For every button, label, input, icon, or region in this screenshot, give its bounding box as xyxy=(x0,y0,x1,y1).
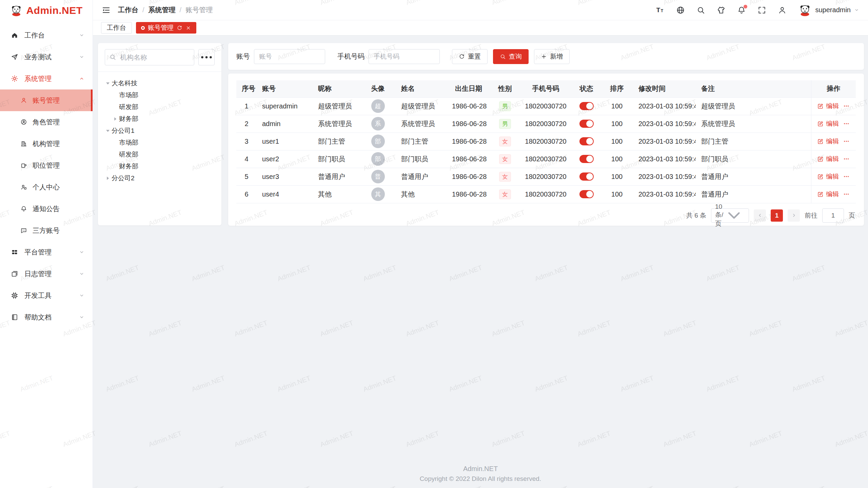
caret-down-icon[interactable] xyxy=(104,127,112,135)
edit-icon xyxy=(817,174,824,180)
fullscreen-icon[interactable] xyxy=(757,6,766,15)
phone-input[interactable] xyxy=(369,49,440,64)
cell-index: 4 xyxy=(236,150,257,168)
more-actions-icon[interactable] xyxy=(843,156,850,162)
sidebar-item-log-mgmt[interactable]: 日志管理 xyxy=(0,263,93,285)
tree-node-branch-2[interactable]: 分公司2 xyxy=(102,172,217,184)
status-toggle[interactable] xyxy=(579,190,594,198)
sidebar-item-system-mgmt[interactable]: 系统管理 xyxy=(0,68,93,89)
cell-order: 100 xyxy=(601,150,633,168)
caret-down-icon[interactable] xyxy=(104,80,112,87)
language-icon[interactable] xyxy=(676,6,685,15)
edit-button[interactable]: 编辑 xyxy=(817,190,839,199)
cell-name: 其他 xyxy=(396,185,447,203)
tree-node-rd-dept[interactable]: 研发部 xyxy=(102,148,217,160)
goto-label: 前往 xyxy=(805,211,817,220)
sidebar-item-third-party-account[interactable]: 三方账号 xyxy=(0,220,93,241)
cell-name: 普通用户 xyxy=(396,168,447,185)
sidebar-item-profile-center[interactable]: 个人中心 xyxy=(0,176,93,198)
breadcrumb-item[interactable]: 系统管理 xyxy=(149,5,176,15)
prev-page-button[interactable] xyxy=(754,209,766,222)
cell-avatar: 其 xyxy=(360,185,396,203)
more-actions-icon[interactable] xyxy=(843,173,850,180)
more-actions-icon[interactable] xyxy=(843,191,850,198)
sidebar-item-notice[interactable]: 通知公告 xyxy=(0,198,93,220)
edit-button[interactable]: 编辑 xyxy=(817,172,839,181)
account-label: 账号 xyxy=(236,52,250,61)
sidebar-item-business-test[interactable]: 业务测试 xyxy=(0,46,93,68)
status-toggle[interactable] xyxy=(579,137,594,145)
cell-order: 100 xyxy=(601,185,633,203)
edit-button[interactable]: 编辑 xyxy=(817,137,839,146)
page-size-select[interactable]: 10条/页 xyxy=(711,208,749,223)
user-dropdown[interactable]: superadmin xyxy=(798,3,859,17)
status-toggle[interactable] xyxy=(579,102,594,110)
tree-more-button[interactable] xyxy=(198,49,215,65)
caret-right-icon[interactable] xyxy=(104,175,112,182)
tree-node-market-dept[interactable]: 市场部 xyxy=(102,89,217,101)
sidebar-item-help-docs[interactable]: 帮助文档 xyxy=(0,306,93,328)
account-input[interactable] xyxy=(254,49,325,64)
next-page-button[interactable] xyxy=(788,209,800,222)
sidebar-item-workbench[interactable]: 工作台 xyxy=(0,24,93,46)
logo[interactable]: Admin.NET xyxy=(0,0,93,21)
edit-button[interactable]: 编辑 xyxy=(817,102,839,110)
more-actions-icon[interactable] xyxy=(843,138,850,145)
tree-node-daming-tech[interactable]: 大名科技 xyxy=(102,77,217,89)
tab-workbench[interactable]: 工作台 xyxy=(101,22,132,34)
caret-right-icon[interactable] xyxy=(112,115,119,123)
tree-node-label: 分公司2 xyxy=(112,174,135,183)
role-icon xyxy=(20,119,27,125)
sidebar-item-platform-mgmt[interactable]: 平台管理 xyxy=(0,241,93,263)
more-actions-icon[interactable] xyxy=(843,103,850,109)
cell-nickname: 其他 xyxy=(313,185,360,203)
sidebar-item-role-mgmt[interactable]: 角色管理 xyxy=(0,111,93,133)
add-button[interactable]: 新增 xyxy=(534,49,570,64)
cell-ops: 编辑 xyxy=(811,115,856,133)
cell-gender: 女 xyxy=(491,168,519,185)
edit-icon xyxy=(817,156,824,162)
tree-node-branch-1[interactable]: 分公司1 xyxy=(102,125,217,137)
content-area: 大名科技市场部研发部财务部分公司1市场部研发部财务部分公司2 账号 手机号码 重… xyxy=(93,36,868,488)
tab-account-mgmt[interactable]: 账号管理 xyxy=(136,22,196,34)
caret-placeholder xyxy=(112,139,119,146)
edit-icon xyxy=(817,121,824,127)
tree-node-market-dept[interactable]: 市场部 xyxy=(102,137,217,148)
column-header-order: 排序 xyxy=(601,80,633,97)
edit-button[interactable]: 编辑 xyxy=(817,155,839,163)
search-icon[interactable] xyxy=(696,6,705,15)
more-actions-icon[interactable] xyxy=(843,120,850,127)
account-icon[interactable] xyxy=(778,6,787,15)
menu-fold-icon[interactable] xyxy=(102,6,111,15)
cell-remark: 超级管理员 xyxy=(696,97,811,115)
column-header-avatar: 头像 xyxy=(360,80,396,97)
goto-page-input[interactable] xyxy=(822,208,844,223)
status-toggle[interactable] xyxy=(579,172,594,181)
sidebar-item-org-mgmt[interactable]: 机构管理 xyxy=(0,133,93,155)
edit-button[interactable]: 编辑 xyxy=(817,119,839,128)
breadcrumb-item[interactable]: 工作台 xyxy=(118,5,138,15)
org-name-search-input[interactable] xyxy=(105,49,194,65)
tree-node-finance-dept[interactable]: 财务部 xyxy=(102,113,217,125)
search-button[interactable]: 查询 xyxy=(493,49,529,64)
tree-node-label: 研发部 xyxy=(119,150,138,159)
sidebar-item-position-mgmt[interactable]: 职位管理 xyxy=(0,155,93,176)
font-size-icon[interactable]: TT xyxy=(656,6,665,15)
tab-refresh-icon[interactable] xyxy=(177,25,182,31)
avatar-badge: 其 xyxy=(371,187,385,201)
reset-button[interactable]: 重置 xyxy=(452,49,488,64)
tab-close-icon[interactable] xyxy=(185,25,191,31)
notification-icon[interactable] xyxy=(737,6,746,15)
page-number-1[interactable]: 1 xyxy=(771,209,783,222)
status-toggle[interactable] xyxy=(579,120,594,128)
theme-icon[interactable] xyxy=(717,6,726,15)
toggle-knob xyxy=(586,191,593,198)
breadcrumb-item: 账号管理 xyxy=(185,5,213,15)
breadcrumb-separator: / xyxy=(142,6,144,14)
sidebar-item-account-mgmt[interactable]: 账号管理 xyxy=(0,89,93,111)
tree-node-rd-dept[interactable]: 研发部 xyxy=(102,101,217,113)
sidebar-item-dev-tools[interactable]: 开发工具 xyxy=(0,285,93,306)
status-toggle[interactable] xyxy=(579,155,594,163)
chevron-down-icon xyxy=(79,54,84,60)
tree-node-finance-dept[interactable]: 财务部 xyxy=(102,160,217,172)
